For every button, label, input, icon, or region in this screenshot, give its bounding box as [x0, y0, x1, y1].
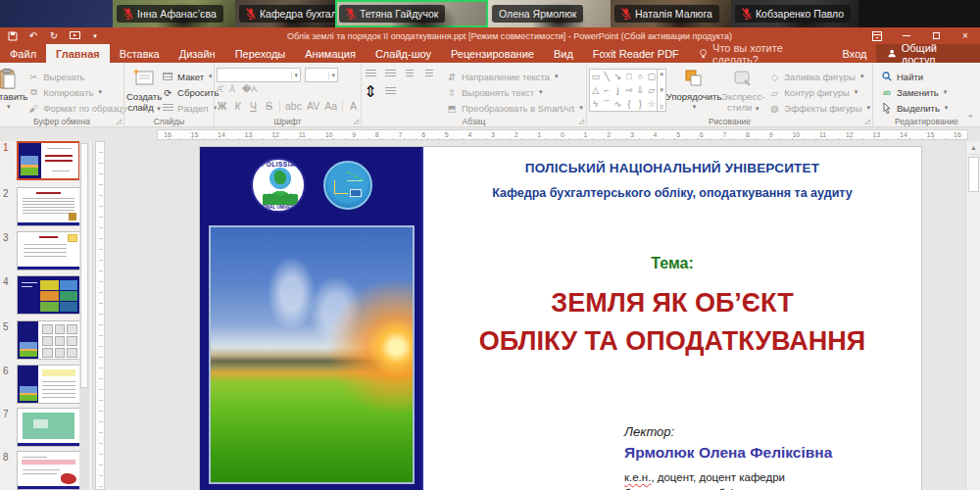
tab-переходы[interactable]: Переходы	[225, 44, 296, 63]
quick-styles-button[interactable]: Экспресс- стили ▾	[721, 66, 764, 114]
columns-icon[interactable]	[383, 85, 397, 98]
increase-indent-icon[interactable]	[422, 68, 436, 80]
italic-icon[interactable]: К	[232, 100, 243, 112]
slide-thumbnail-4[interactable]	[17, 275, 80, 315]
sign-in-link[interactable]: Вход	[833, 44, 877, 63]
tab-вид[interactable]: Вид	[544, 44, 583, 63]
slide-thumbnail-5[interactable]	[17, 320, 80, 360]
shape-icon[interactable]: ☆	[648, 100, 656, 109]
align-text-button[interactable]: ⇳Выровнять текст▾	[446, 85, 583, 99]
font-name-combobox[interactable]: ▾	[217, 68, 301, 82]
line-spacing-icon[interactable]: ⇕	[364, 85, 377, 98]
shape-icon[interactable]: △	[592, 86, 599, 95]
slide-thumbnail-8[interactable]	[17, 451, 80, 490]
shape-icon[interactable]: ⇨	[625, 86, 633, 95]
slide-title-textbox[interactable]: ЗЕМЛЯ ЯК ОБ’ЄКТ ОБЛІКУ ТА ОПОДАТКУВАННЯ	[431, 284, 913, 361]
start-slideshow-icon[interactable]	[69, 30, 80, 42]
shape-icon[interactable]: ○	[638, 73, 643, 81]
shape-icon[interactable]: ╲	[604, 73, 609, 81]
participant-tile[interactable]: Наталія Малюга	[611, 0, 731, 27]
clear-formatting-icon[interactable]: �̸А	[242, 84, 257, 94]
participant-tile[interactable]: Кафедра бухгалтерськ...	[235, 0, 335, 27]
university-header-textbox[interactable]: ПОЛІСЬКИЙ НАЦІОНАЛЬНИЙ УНІВЕРСИТЕТ Кафед…	[435, 161, 909, 200]
shape-icon[interactable]: ⌐	[604, 86, 609, 95]
shape-icon[interactable]: {	[627, 100, 630, 109]
shape-fill-button[interactable]: ◇Заливка фигуры▾	[768, 70, 870, 83]
slide-thumbnail-6[interactable]	[17, 365, 80, 404]
save-icon[interactable]	[7, 30, 19, 42]
cut-button[interactable]: ✂Вырезать	[27, 70, 126, 83]
undo-icon[interactable]: ↶	[27, 30, 39, 42]
font-color-icon[interactable]: А	[348, 100, 359, 112]
slide-area-scrollbar[interactable]: ▲	[965, 141, 980, 490]
shape-icon[interactable]: □	[626, 73, 631, 81]
section-button[interactable]: Раздел▾	[162, 101, 219, 115]
select-button[interactable]: Выделить▾	[881, 101, 948, 115]
decrease-indent-icon[interactable]	[403, 68, 416, 80]
shapes-gallery-scrollbar[interactable]: ▲▼≡	[658, 69, 666, 112]
shape-icon[interactable]: ↘	[614, 73, 622, 81]
lecturer-textbox[interactable]: Лектор: Ярмолюк Олена Феліксівна к.е.н.,…	[624, 424, 918, 490]
shape-icon[interactable]: ▢	[648, 73, 657, 81]
slide-thumbnail-2[interactable]	[17, 187, 80, 226]
numbering-icon[interactable]	[383, 68, 397, 80]
participant-tile[interactable]: Інна Афанас’єва	[113, 0, 235, 27]
copy-button[interactable]: ⧉Копировать▾	[27, 85, 126, 99]
participant-tile[interactable]: Кобзаренко Павло	[731, 0, 858, 27]
shape-icon[interactable]: ⇩	[637, 86, 645, 95]
paragraph-dialog-launcher-icon[interactable]: ◿	[579, 118, 584, 125]
bold-icon[interactable]: Ж	[217, 100, 227, 112]
paste-button[interactable]: Вставить ▾	[0, 66, 27, 111]
tab-дизайн[interactable]: Дизайн	[170, 44, 225, 63]
shape-icon[interactable]: ▱	[648, 86, 655, 95]
underline-icon[interactable]: Ч	[248, 100, 259, 112]
change-case-icon[interactable]: Aa	[324, 100, 337, 112]
tab-слайд-шоу[interactable]: Слайд-шоу	[366, 44, 441, 63]
share-button[interactable]: Общий доступ	[876, 44, 980, 63]
shape-icon[interactable]: ∿	[614, 100, 622, 109]
char-spacing-icon[interactable]: AV	[307, 100, 319, 112]
shapes-gallery[interactable]: ▭╲↘□○▢△⌐ϳ⇨⇩▱ϟ⌒∿{}☆	[589, 69, 658, 112]
tab-foxit-reader-pdf[interactable]: Foxit Reader PDF	[583, 44, 689, 63]
participant-tile[interactable]	[858, 0, 980, 27]
reset-button[interactable]: ⟳Сбросить	[162, 85, 219, 99]
shape-effects-button[interactable]: ◍Эффекты фигуры▾	[768, 101, 870, 115]
tab-вставка[interactable]: Вставка	[110, 44, 170, 63]
redo-icon[interactable]: ↻	[48, 30, 60, 42]
clipboard-dialog-launcher-icon[interactable]: ◿	[117, 118, 122, 125]
new-slide-button[interactable]: Создать слайд ▾	[126, 66, 162, 114]
slide-thumbnail-7[interactable]	[17, 408, 80, 447]
tab-файл[interactable]: Файл	[0, 44, 46, 63]
slide-thumbnail-3[interactable]	[17, 231, 80, 270]
slide-canvas[interactable]: POLISSIA NATIONAL UNIVERSITY ПОЛІСЬКИЙ Н…	[200, 147, 921, 490]
customize-qat-icon[interactable]: ▾	[89, 30, 101, 42]
strikethrough-icon[interactable]: S	[264, 100, 274, 112]
font-size-combobox[interactable]: ▾	[305, 68, 338, 82]
shape-icon[interactable]: }	[639, 100, 642, 109]
layout-button[interactable]: Макет▾	[162, 70, 219, 83]
convert-smartart-button[interactable]: ⬒Преобразовать в SmartArt▾	[446, 101, 583, 115]
thumbnail-panel-scrollbar[interactable]	[79, 141, 89, 490]
font-dialog-launcher-icon[interactable]: ◿	[354, 118, 359, 125]
replace-button[interactable]: abЗаменить▾	[881, 85, 948, 99]
shape-icon[interactable]: ▭	[591, 73, 600, 81]
shape-icon[interactable]: ϳ	[617, 86, 619, 95]
shape-outline-button[interactable]: ▱Контур фигуры▾	[768, 85, 870, 99]
participant-tile[interactable]	[0, 0, 113, 27]
shadow-icon[interactable]: abc	[285, 100, 302, 112]
find-button[interactable]: Найти	[881, 70, 948, 83]
ribbon-display-options-icon[interactable]	[862, 27, 892, 44]
drawing-dialog-launcher-icon[interactable]: ◿	[865, 118, 870, 125]
tell-me-box[interactable]: Что вы хотите сделать?	[689, 44, 833, 63]
format-painter-button[interactable]: 🖌Формат по образцу	[27, 101, 126, 115]
shape-icon[interactable]: ϟ	[593, 100, 598, 109]
collapse-ribbon-icon[interactable]: ⌃	[966, 114, 974, 123]
topic-label[interactable]: Тема:	[435, 255, 909, 272]
grow-font-icon[interactable]: А̂	[217, 84, 222, 94]
arrange-button[interactable]: Упорядочить▾	[666, 66, 721, 111]
scrollbar-thumb[interactable]	[968, 157, 979, 192]
participant-tile[interactable]: Тетяна Гайдучок	[335, 0, 488, 27]
tab-рецензирование[interactable]: Рецензирование	[441, 44, 544, 63]
participant-tile[interactable]: Олена Ярмолюк	[488, 0, 611, 27]
slide-thumbnail-1[interactable]	[17, 141, 80, 180]
